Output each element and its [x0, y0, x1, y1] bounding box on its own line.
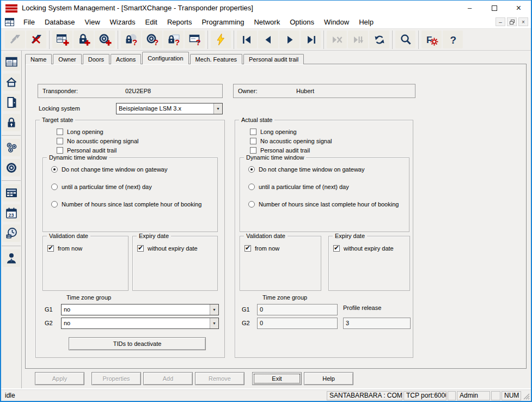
- read-lock-icon[interactable]: ?: [121, 31, 141, 48]
- last-record-icon[interactable]: [301, 31, 321, 48]
- actual-no-acoustic-checkbox[interactable]: No acoustic opening signal: [250, 138, 332, 144]
- resize-grip[interactable]: [522, 392, 531, 401]
- target-radio-no-change[interactable]: Do not change time window on gateway: [51, 166, 167, 173]
- target-radio-hours-since[interactable]: Number of hours since last complete hour…: [51, 201, 201, 208]
- title-bar: Locking System Management - [SmartXChang…: [1, 1, 531, 15]
- sidebar-lock-icon[interactable]: [3, 114, 20, 131]
- tids-to-deactivate-button[interactable]: TIDs to deactivate: [69, 337, 206, 350]
- exit-button[interactable]: Exit: [252, 372, 302, 385]
- sidebar-calendar-icon[interactable]: 23: [3, 204, 20, 222]
- close-button[interactable]: ×: [506, 1, 531, 15]
- add-button[interactable]: Add: [143, 372, 193, 385]
- apply-button[interactable]: Apply: [35, 372, 84, 385]
- target-long-opening-checkbox[interactable]: Long opening: [57, 129, 103, 135]
- read-transponder-icon[interactable]: ?: [142, 31, 162, 48]
- first-record-icon[interactable]: [237, 31, 257, 48]
- sidebar-transponder-groups-icon[interactable]: [3, 139, 20, 156]
- mdi-minimize-button[interactable]: –: [496, 17, 505, 26]
- menu-view[interactable]: View: [80, 16, 105, 28]
- expiry-date-title: Expiry date: [333, 233, 367, 239]
- actual-radio-until-time[interactable]: until a particular time of (next) day: [248, 184, 349, 190]
- status-bar: idle SANTABARBARA : COM3 TCP port:6000 A…: [1, 389, 531, 401]
- connect-icon[interactable]: [5, 31, 25, 48]
- actual-validation-date-group: Validation date from now: [240, 236, 321, 291]
- menu-window[interactable]: Window: [319, 16, 354, 28]
- checkbox-label: Long opening: [260, 129, 297, 135]
- tab-personal-audit-trail[interactable]: Personal audit trail: [243, 54, 304, 64]
- tab-actions[interactable]: Actions: [111, 54, 141, 64]
- menu-reports[interactable]: Reports: [162, 16, 197, 28]
- new-lock-icon[interactable]: [74, 31, 94, 48]
- target-radio-until-time[interactable]: until a particular time of (next) day: [51, 184, 152, 190]
- help-icon[interactable]: ?: [443, 31, 463, 48]
- actual-without-expiry-checkbox[interactable]: without expiry date: [333, 245, 394, 252]
- next-record-icon[interactable]: [279, 31, 299, 48]
- sidebar-door-icon[interactable]: [3, 94, 20, 111]
- target-g2-select[interactable]: no ▼: [61, 318, 219, 329]
- actual-personal-audit-checkbox[interactable]: Personal audit trail: [250, 147, 310, 154]
- chevron-down-icon[interactable]: ▼: [210, 318, 218, 328]
- checkbox-label: No acoustic opening signal: [260, 138, 332, 144]
- actual-g1-field: 0: [257, 304, 338, 315]
- menu-options[interactable]: Options: [285, 16, 319, 28]
- locking-system-select[interactable]: Beispielanlage LSM 3.x ▼: [116, 103, 223, 114]
- sidebar-locking-plan-icon[interactable]: [3, 53, 20, 71]
- target-from-now-checkbox[interactable]: from now: [47, 245, 82, 252]
- menu-network[interactable]: Network: [249, 16, 285, 28]
- tab-doors[interactable]: Doors: [83, 54, 109, 64]
- sidebar-time-zone-plan-icon[interactable]: [3, 184, 20, 202]
- actual-from-now-checkbox[interactable]: from now: [244, 245, 279, 252]
- filter-settings-icon[interactable]: F: [421, 31, 442, 48]
- menu-grid-icon: [5, 18, 14, 26]
- previous-record-icon[interactable]: [258, 31, 278, 48]
- menu-database[interactable]: Database: [40, 16, 80, 28]
- target-g1-select[interactable]: no ▼: [61, 304, 219, 315]
- programming-icon[interactable]: [211, 31, 231, 48]
- read-card-icon[interactable]: ?: [185, 31, 205, 48]
- tab-owner[interactable]: Owner: [53, 54, 81, 64]
- menu-programming[interactable]: Programming: [197, 16, 249, 28]
- checkbox-label: without expiry date: [344, 245, 394, 252]
- sidebar-transponder-icon[interactable]: [3, 159, 20, 176]
- menu-edit[interactable]: Edit: [140, 16, 162, 28]
- mdi-restore-button[interactable]: [507, 17, 517, 26]
- help-button[interactable]: Help: [304, 372, 353, 385]
- remove-button[interactable]: Remove: [195, 372, 244, 385]
- tab-mech-features[interactable]: Mech. Features: [190, 54, 242, 64]
- target-without-expiry-checkbox[interactable]: without expiry date: [137, 245, 198, 252]
- chevron-down-icon[interactable]: ▼: [213, 103, 222, 114]
- checkbox-box: [250, 138, 256, 144]
- sidebar-time-management-icon[interactable]: [3, 224, 20, 242]
- new-transponder-icon[interactable]: [95, 31, 115, 48]
- actual-radio-hours-since[interactable]: Number of hours since last complete hour…: [248, 201, 399, 208]
- sidebar-person-icon[interactable]: [3, 249, 20, 267]
- minimize-button[interactable]: –: [457, 1, 482, 15]
- read-g1-lock-icon[interactable]: ?: [163, 31, 184, 48]
- chevron-down-icon[interactable]: ▼: [210, 304, 218, 315]
- maximize-button[interactable]: [482, 1, 506, 15]
- target-g1-value: no: [62, 304, 210, 315]
- target-personal-audit-checkbox[interactable]: Personal audit trail: [57, 147, 117, 154]
- cancel-icon[interactable]: [327, 31, 347, 48]
- checkbox-label: Personal audit trail: [260, 147, 310, 154]
- actual-radio-no-change[interactable]: Do not change time window on gateway: [248, 166, 364, 173]
- to-end-icon[interactable]: [348, 31, 368, 48]
- tab-configuration[interactable]: Configuration: [142, 52, 188, 64]
- locking-system-label: Locking system: [39, 105, 80, 112]
- sidebar-building-icon[interactable]: [3, 74, 20, 91]
- refresh-icon[interactable]: [369, 31, 389, 48]
- mdi-close-button[interactable]: ×: [518, 17, 528, 26]
- properties-button[interactable]: Properties: [91, 372, 141, 385]
- menu-file[interactable]: File: [19, 16, 40, 28]
- menu-help[interactable]: Help: [354, 16, 378, 28]
- target-no-acoustic-checkbox[interactable]: No acoustic opening signal: [57, 138, 138, 144]
- disconnect-icon[interactable]: [26, 31, 46, 48]
- new-locking-system-icon[interactable]: [52, 31, 72, 48]
- search-icon[interactable]: [395, 31, 415, 48]
- menu-wizards[interactable]: Wizards: [105, 16, 140, 28]
- tab-name[interactable]: Name: [25, 54, 52, 64]
- status-empty-2: [491, 391, 500, 400]
- svg-text:?: ?: [154, 38, 158, 46]
- actual-long-opening-checkbox[interactable]: Long opening: [250, 129, 297, 135]
- profile-release-label: Profile release: [343, 304, 381, 311]
